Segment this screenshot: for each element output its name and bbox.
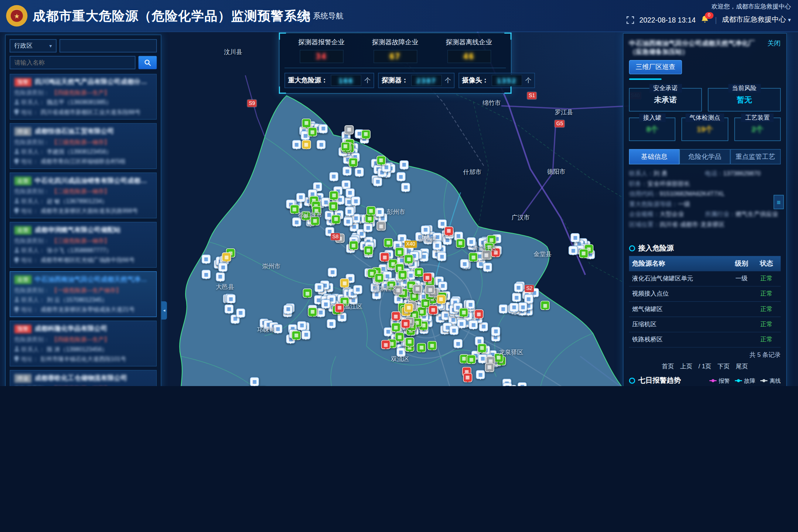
map-marker-no-detector[interactable] [437, 252, 447, 261]
map-marker-no-detector[interactable] [479, 322, 488, 331]
map-marker-no-detector[interactable] [315, 283, 324, 292]
map-marker-no-detector[interactable] [296, 193, 306, 202]
map-marker-no-detector[interactable] [351, 197, 361, 206]
map-marker-no-detector[interactable] [399, 160, 409, 170]
map-marker-no-detector[interactable] [466, 300, 475, 309]
map-marker-no-detector[interactable] [467, 237, 476, 246]
map-marker-alarm[interactable] [335, 303, 344, 313]
map-marker-normal[interactable] [494, 353, 503, 362]
map-marker-alarm[interactable] [474, 310, 484, 319]
map-marker-fault[interactable] [437, 294, 446, 304]
map-marker-no-detector[interactable] [460, 259, 469, 268]
map-marker-alarm[interactable] [391, 311, 400, 321]
org-dropdown[interactable]: 成都市应急救援中心 [722, 15, 791, 24]
map-marker-no-detector[interactable] [476, 370, 485, 379]
district-dropdown[interactable]: 行政区 [10, 39, 57, 52]
company-card[interactable]: 在营 中石化四川成品油销售有限公司成都分公司 危险源类别： 【二级危险源—储存】… [10, 173, 157, 218]
map-marker-no-detector[interactable] [514, 283, 523, 293]
map-marker-no-detector[interactable] [401, 183, 410, 192]
map-marker-no-detector[interactable] [483, 263, 492, 272]
map-marker-no-detector[interactable] [343, 167, 352, 176]
map-marker-no-detector[interactable] [491, 327, 501, 336]
map-marker-offline[interactable] [393, 286, 403, 295]
map-marker-normal[interactable] [361, 130, 371, 139]
district-value-input[interactable] [59, 39, 157, 52]
map-marker-no-detector[interactable] [355, 167, 364, 177]
close-button[interactable]: 关闭 [767, 39, 781, 48]
map-marker-alarm[interactable] [380, 253, 389, 262]
company-card[interactable]: 在营 成都华润燃气有限公司储配站 危险源类别： 【三级危险源—储存】 联系人： [10, 222, 157, 268]
map-marker-no-detector[interactable] [328, 267, 337, 277]
notification-bell[interactable]: 0 [701, 15, 710, 24]
hazard-table-row[interactable]: 燃气储罐区 正常 [629, 302, 781, 317]
map-marker-no-detector[interactable] [433, 241, 442, 250]
map-marker-fault[interactable] [301, 140, 311, 149]
hazard-first-page[interactable]: 首页 [662, 362, 674, 371]
fullscreen-icon[interactable] [627, 16, 634, 24]
map-marker-normal[interactable] [308, 127, 317, 137]
expand-detail-button[interactable]: ≡ [774, 195, 784, 209]
map-marker-normal[interactable] [331, 215, 341, 224]
map-marker-no-detector[interactable] [421, 225, 430, 235]
map-marker-normal[interactable] [292, 331, 301, 340]
map-marker-no-detector[interactable] [297, 321, 307, 330]
map-marker-no-detector[interactable] [345, 207, 354, 216]
map-marker-normal[interactable] [395, 248, 404, 257]
search-button[interactable] [139, 56, 157, 69]
map-marker-alarm[interactable] [463, 373, 472, 382]
map-marker-normal[interactable] [329, 202, 338, 211]
detail-tab[interactable]: 基础信息 [629, 149, 680, 164]
hazard-table-row[interactable]: 铁路栈桥区 正常 [629, 332, 781, 348]
map-marker-fault[interactable] [222, 252, 231, 262]
map-marker-fault[interactable] [404, 303, 413, 313]
map-marker-offline[interactable] [482, 250, 491, 260]
map-marker-normal[interactable] [459, 308, 468, 317]
map-marker-normal[interactable] [579, 249, 588, 258]
hazard-table-row[interactable]: 液化石油气储罐区单元 一级 正常 [629, 271, 781, 286]
map-marker-no-detector[interactable] [396, 172, 405, 181]
map-marker-offline[interactable] [376, 222, 386, 231]
map-marker-normal[interactable] [456, 239, 465, 248]
map-marker-normal[interactable] [330, 191, 339, 200]
hazard-last-page[interactable]: 尾页 [736, 362, 748, 371]
map-marker-no-detector[interactable] [284, 305, 293, 314]
map-marker-normal[interactable] [477, 344, 487, 353]
company-card[interactable]: 停业 成都蓉欧化工仓储物流有限公司 危险源类别： 【三级危险源—储存】 联系人： [10, 370, 157, 386]
map-marker-alarm[interactable] [423, 273, 432, 282]
hazard-prev-page[interactable]: 上页 [680, 362, 692, 371]
map-marker-alarm[interactable] [381, 340, 391, 349]
map-marker-no-detector[interactable] [345, 188, 355, 197]
map-marker-no-detector[interactable] [321, 299, 331, 308]
map-marker-no-detector[interactable] [571, 233, 580, 242]
hazard-next-page[interactable]: 下页 [717, 362, 730, 371]
company-card[interactable]: 预警 四川鸿运天然气产品有限公司成都分公司 危险源类别： 【四级危险源—生产】 … [10, 74, 157, 120]
map-marker-offline[interactable] [345, 125, 354, 134]
map-marker-normal[interactable] [366, 206, 376, 215]
map-marker-no-detector[interactable] [292, 140, 301, 149]
map-marker-no-detector[interactable] [292, 218, 301, 227]
map-marker-normal[interactable] [404, 255, 413, 264]
map-marker-no-detector[interactable] [329, 172, 338, 181]
hazard-table-row[interactable]: 视频接入点位 正常 [629, 287, 781, 302]
detail-tab[interactable]: 重点监管工艺 [730, 149, 781, 164]
system-nav-button[interactable]: 系统导航 [303, 11, 344, 21]
map-marker-normal[interactable] [540, 301, 550, 310]
map-marker-no-detector[interactable] [201, 270, 211, 279]
map-marker-normal[interactable] [310, 216, 320, 225]
map-marker-normal[interactable] [384, 238, 393, 247]
map-marker-no-detector[interactable] [453, 339, 463, 348]
panel-collapse-button[interactable] [161, 301, 167, 320]
map-marker-no-detector[interactable] [469, 320, 478, 330]
map-marker-alarm[interactable] [429, 305, 438, 314]
map-marker-normal[interactable] [364, 246, 373, 255]
map-marker-normal[interactable] [308, 307, 317, 317]
map-marker-no-detector[interactable] [273, 324, 283, 334]
map-marker-normal[interactable] [301, 211, 310, 221]
map-marker-normal[interactable] [312, 206, 321, 215]
map-marker-no-detector[interactable] [518, 302, 528, 311]
map-marker-normal[interactable] [376, 156, 386, 165]
map-marker-normal[interactable] [349, 241, 358, 250]
map-marker-alarm[interactable] [491, 248, 501, 257]
detail-tab[interactable]: 危险化学品 [679, 149, 730, 164]
map-marker-normal[interactable] [398, 270, 407, 280]
